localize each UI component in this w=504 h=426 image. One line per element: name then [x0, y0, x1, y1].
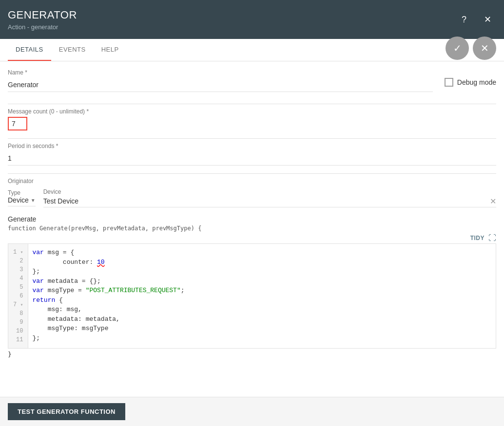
x-icon: ✕	[481, 42, 489, 54]
help-icon: ?	[462, 15, 466, 25]
header-right: ? ✕	[455, 11, 496, 28]
tab-events[interactable]: EVENTS	[51, 39, 94, 61]
device-input-wrapper: ✕	[43, 195, 496, 207]
code-line-5: var msgType = "POST_ATTRIBUTES_REQUEST";	[32, 286, 492, 296]
message-count-label: Message count (0 - unlimited) *	[8, 108, 496, 115]
line-numbers: 1 ▾ 2 3 4 5 6 7 ▾ 8 9 10 11	[8, 244, 28, 348]
device-wrapper: Device ✕	[43, 188, 496, 207]
closing-brace: }	[8, 351, 496, 358]
originator-label: Originator	[8, 178, 496, 185]
device-clear-button[interactable]: ✕	[490, 197, 496, 206]
message-count-input[interactable]: 7	[8, 117, 27, 130]
name-debug-row: Name * Debug mode	[8, 69, 496, 100]
fullscreen-icon: ⛶	[488, 234, 496, 242]
check-icon: ✓	[453, 42, 462, 54]
debug-checkbox[interactable]	[445, 78, 453, 87]
line-num-3: 3	[10, 265, 26, 274]
dropdown-arrow-icon: ▼	[31, 198, 36, 203]
generate-section: Generate function Generate(prevMsg, prev…	[8, 215, 496, 358]
divider-3	[8, 173, 496, 174]
line-num-7: 7 ▾	[10, 300, 26, 309]
type-value: Device	[8, 196, 29, 204]
code-line-10: msgType: msgType	[32, 324, 492, 333]
code-content: var msg = { counter: 10 }; var metadata …	[28, 244, 496, 348]
tab-help[interactable]: HELP	[94, 39, 127, 61]
code-line-9: metadata: metadata,	[32, 315, 492, 324]
code-line-8: msg: msg,	[32, 305, 492, 315]
code-line-7: return {	[32, 296, 492, 305]
code-line-2: counter: 10	[32, 258, 492, 267]
bottom-bar: TEST GENERATOR FUNCTION	[0, 397, 504, 426]
fullscreen-button[interactable]: ⛶	[488, 234, 496, 242]
app-subtitle: Action - generator	[8, 23, 77, 31]
tidy-button[interactable]: TIDY	[470, 235, 485, 241]
originator-section: Originator Type Device ▼ Device ✕	[8, 178, 496, 207]
function-signature: function Generate(prevMsg, prevMetadata,…	[8, 225, 496, 232]
debug-mode-label: Debug mode	[457, 78, 496, 86]
close-icon: ✕	[484, 14, 491, 25]
type-label: Type	[8, 189, 36, 196]
device-input[interactable]	[43, 195, 490, 207]
header-left: GENERATOR Action - generator	[8, 9, 77, 31]
code-line-4: var metadata = {};	[32, 277, 492, 286]
code-line-11: };	[32, 333, 492, 343]
code-toolbar: TIDY ⛶	[8, 234, 496, 242]
line-num-8: 8	[10, 309, 26, 318]
line-num-2: 2	[10, 257, 26, 265]
dismiss-button[interactable]: ✕	[473, 37, 496, 60]
line-num-4: 4	[10, 274, 26, 283]
tabs-bar: DETAILS EVENTS HELP	[0, 39, 504, 61]
period-group: Period in seconds *	[8, 143, 496, 166]
type-select[interactable]: Device ▼	[8, 196, 36, 206]
originator-row: Type Device ▼ Device ✕	[8, 188, 496, 207]
line-num-10: 10	[10, 327, 26, 335]
code-line-3: };	[32, 267, 492, 277]
action-buttons: ✓ ✕	[446, 37, 496, 60]
tab-details[interactable]: DETAILS	[8, 39, 51, 61]
line-num-5: 5	[10, 283, 26, 292]
help-button[interactable]: ?	[455, 11, 473, 28]
line-num-6: 6	[10, 292, 26, 300]
line-num-9: 9	[10, 318, 26, 327]
test-generator-button[interactable]: TEST GENERATOR FUNCTION	[8, 403, 125, 420]
divider-2	[8, 138, 496, 139]
name-label: Name *	[8, 69, 433, 76]
period-label: Period in seconds *	[8, 143, 496, 149]
name-input[interactable]	[8, 78, 433, 92]
generate-label: Generate	[8, 215, 496, 223]
divider-1	[8, 104, 496, 104]
line-num-11: 11	[10, 335, 26, 344]
debug-mode-wrapper: Debug mode	[445, 69, 496, 87]
header-close-button[interactable]: ✕	[479, 11, 496, 28]
period-input[interactable]	[8, 151, 496, 166]
app-title: GENERATOR	[8, 9, 77, 21]
code-line-1: var msg = {	[32, 248, 492, 258]
code-editor[interactable]: 1 ▾ 2 3 4 5 6 7 ▾ 8 9 10 11 var msg = { …	[8, 243, 496, 349]
line-num-1: 1 ▾	[10, 248, 26, 257]
header: GENERATOR Action - generator ? ✕ ✓ ✕	[0, 0, 504, 39]
type-wrapper: Type Device ▼	[8, 189, 36, 206]
device-label: Device	[43, 188, 496, 195]
content-area: Name * Debug mode Message count (0 - unl…	[0, 61, 504, 397]
message-count-group: Message count (0 - unlimited) * 7	[8, 108, 496, 130]
confirm-button[interactable]: ✓	[446, 37, 469, 60]
